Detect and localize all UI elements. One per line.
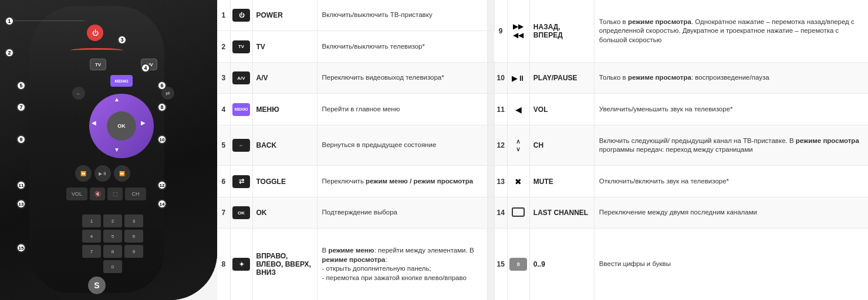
- callout-3: 3: [117, 35, 127, 45]
- row-icon: ←: [230, 125, 252, 166]
- callout-13: 13: [16, 199, 26, 209]
- row-num: 3: [217, 62, 230, 94]
- row-name: OK: [252, 197, 317, 229]
- brand-logo: S: [88, 277, 106, 294]
- row-num: 6: [217, 166, 230, 197]
- separator: [487, 0, 494, 31]
- ok-button[interactable]: OK: [107, 111, 136, 141]
- num9[interactable]: 9: [124, 245, 143, 258]
- callout-line-1: [14, 21, 85, 21]
- separator: [487, 229, 494, 300]
- callout-5: 5: [16, 81, 26, 90]
- media-buttons: ⏪ ▶⏸ ⏩: [75, 165, 130, 182]
- callout-11: 11: [16, 180, 26, 190]
- row-num: 5: [217, 125, 230, 166]
- tv-icon: TV: [232, 40, 250, 53]
- row-name2: 0..9: [529, 229, 594, 300]
- separator: [487, 62, 494, 94]
- menu-button[interactable]: МЕНЮ: [110, 75, 133, 87]
- row-icon2: ✖: [507, 166, 529, 197]
- row-name2: MUTE: [529, 166, 594, 197]
- vol-mute-ch-row: VOL 🔇 ⬚ CH: [66, 188, 146, 200]
- back-button[interactable]: ←: [72, 87, 85, 100]
- rew-button[interactable]: ⏪: [75, 165, 92, 182]
- row-icon: OK: [230, 197, 252, 229]
- row-num2: 10: [494, 62, 507, 94]
- zero-icon: 0: [509, 258, 527, 271]
- toggle-icon: ⇄: [232, 175, 250, 188]
- row-num2: 14: [494, 197, 507, 229]
- table-row: 7 OK OK Подтверждение выбора 14 LAST CHA…: [217, 197, 868, 229]
- num0[interactable]: 0: [103, 260, 122, 273]
- tv-button[interactable]: TV: [90, 59, 106, 70]
- play-pause-button[interactable]: ▶⏸: [94, 165, 111, 182]
- row-desc: Включить/выключить телевизор*: [317, 31, 487, 63]
- row-desc: Переключить режим меню / режим просмотра: [317, 166, 487, 197]
- num3[interactable]: 3: [124, 214, 143, 227]
- row-num: 1: [217, 0, 230, 31]
- remote-panel: ⏻ TV A/V МЕНЮ ← ⇄ ▲ ▼ ◀ ▶ OK: [0, 0, 217, 300]
- table-row: 8 ✦ ВПРАВО, ВЛЕВО, ВВЕРХ, ВНИЗ В режиме …: [217, 229, 868, 300]
- row-icon2: ∧ ∨: [507, 125, 529, 166]
- numpad: 1 2 3 4 5 6 7 8 9 0: [82, 214, 143, 273]
- callout-9: 9: [16, 135, 26, 144]
- row-desc: Подтверждение выбора: [317, 197, 487, 229]
- row-icon: A/V: [230, 62, 252, 94]
- table-row: 1 ⏻ POWER Включить/выключить ТВ-приставк…: [217, 0, 868, 31]
- row-icon2: 0: [507, 229, 529, 300]
- num8[interactable]: 8: [103, 245, 122, 258]
- row-num: 8: [217, 229, 230, 300]
- row-desc: Перейти в главное меню: [317, 94, 487, 125]
- row-num2: 15: [494, 229, 507, 300]
- row-name2: PLAY/PAUSE: [529, 62, 594, 94]
- callout-7: 7: [16, 103, 26, 112]
- row-name2: VOL: [529, 94, 594, 125]
- callout-1: 1: [5, 16, 14, 26]
- row-icon2: ▶⏸: [507, 62, 529, 94]
- num4[interactable]: 4: [82, 230, 101, 243]
- fwd-button[interactable]: ⏩: [114, 165, 130, 182]
- dpad[interactable]: ▲ ▼ ◀ ▶ OK: [89, 94, 154, 158]
- separator: [487, 197, 494, 229]
- table-row: 6 ⇄ TOGGLE Переключить режим меню / режи…: [217, 166, 868, 197]
- row-desc2: Увеличить/уменьшить звук на телевизоре*: [594, 94, 868, 125]
- row-num2: 13: [494, 166, 507, 197]
- row-desc2: Только в режиме просмотра: воспроизведен…: [594, 62, 868, 94]
- separator: [487, 166, 494, 197]
- separator: [487, 125, 494, 166]
- ch-button[interactable]: CH: [125, 188, 146, 200]
- num6[interactable]: 6: [124, 230, 143, 243]
- num7[interactable]: 7: [82, 245, 101, 258]
- num5[interactable]: 5: [103, 230, 122, 243]
- callout-2: 2: [5, 48, 14, 57]
- separator: [487, 94, 494, 125]
- row-desc2: Переключение между двумя последним канал…: [594, 197, 868, 229]
- row-icon: ⏻: [230, 0, 252, 31]
- vol-button[interactable]: VOL: [66, 188, 87, 200]
- back-icon: ←: [232, 139, 250, 152]
- row-desc: Включить/выключить ТВ-приставку: [317, 0, 487, 31]
- callout-8: 8: [157, 103, 167, 112]
- row-num2: 11: [494, 94, 507, 125]
- row-desc: Переключить видеовыход телевизора*: [317, 62, 487, 94]
- last-ch-button[interactable]: ⬚: [107, 188, 123, 200]
- row-icon2: [507, 197, 529, 229]
- button-table: 1 ⏻ POWER Включить/выключить ТВ-приставк…: [217, 0, 868, 300]
- callout-12: 12: [157, 180, 167, 190]
- power-button[interactable]: ⏻: [87, 25, 103, 41]
- row-desc: Вернуться в предыдущее состояние: [317, 125, 487, 166]
- row-name: BACK: [252, 125, 317, 166]
- row-icon2: ◀: [507, 94, 529, 125]
- row-num2: 9: [494, 0, 507, 62]
- row-num: 2: [217, 31, 230, 63]
- mute-button[interactable]: 🔇: [90, 188, 105, 200]
- remote-image: ⏻ TV A/V МЕНЮ ← ⇄ ▲ ▼ ◀ ▶ OK: [0, 0, 217, 300]
- separator: [487, 31, 494, 63]
- num2[interactable]: 2: [103, 214, 122, 227]
- row-icon: ⇄: [230, 166, 252, 197]
- table-row: 4 МЕНЮ МЕНЮ Перейти в главное меню 11 ◀ …: [217, 94, 868, 125]
- table-row: 3 A/V A/V Переключить видеовыход телевиз…: [217, 62, 868, 94]
- num1[interactable]: 1: [82, 214, 101, 227]
- row-icon: МЕНЮ: [230, 94, 252, 125]
- callout-15: 15: [16, 243, 26, 253]
